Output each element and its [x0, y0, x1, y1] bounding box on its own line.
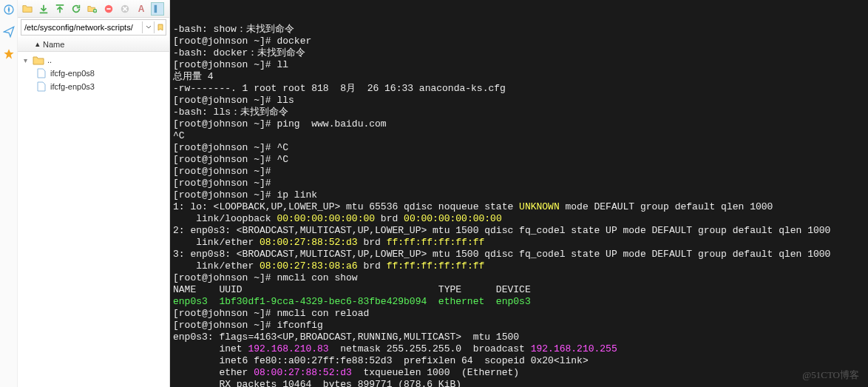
send-icon[interactable]	[2, 25, 16, 38]
terminal-line: [root@johnson ~]# ll	[173, 59, 865, 71]
cancel-icon[interactable]	[118, 2, 132, 16]
terminal-line: inet 192.168.210.83 netmask 255.255.255.…	[173, 343, 865, 355]
file-icon	[35, 68, 47, 78]
upload-green-icon[interactable]	[53, 2, 67, 16]
terminal-line: 1: lo: <LOOPBACK,UP,LOWER_UP> mtu 65536 …	[173, 201, 865, 213]
terminal-line: [root@johnson ~]# ip link	[173, 189, 865, 201]
terminal-line: ether 08:00:27:88:52:d3 txqueuelen 1000 …	[173, 367, 865, 379]
terminal[interactable]: @51CTO博客 -bash: show：未找到命令[root@johnson …	[170, 0, 868, 387]
terminal-line: link/loopback 00:00:00:00:00:00 brd 00:0…	[173, 213, 865, 225]
file-icon	[35, 81, 47, 92]
terminal-line: 3: enp0s8: <BROADCAST,MULTICAST,UP,LOWER…	[173, 249, 865, 260]
terminal-line: -rw-------. 1 root root 818 8月 26 16:33 …	[173, 83, 865, 95]
path-bar: /etc/sysconfig/network-scripts/	[21, 19, 166, 36]
terminal-line: [root@johnson ~]# docker	[173, 36, 865, 47]
terminal-line: -bash: docker：未找到命令	[173, 47, 865, 59]
terminal-line: NAME UUID TYPE DEVICE	[173, 284, 865, 296]
folder-up-icon	[33, 55, 44, 65]
tree-parent-row[interactable]: ▾ ..	[18, 53, 169, 67]
terminal-line: enp0s3: flags=4163<UP,BROADCAST,RUNNING,…	[173, 332, 865, 343]
terminal-line: [root@johnson ~]# ping www.baidu.com	[173, 118, 865, 130]
terminal-line: [root@johnson ~]#	[173, 166, 865, 178]
terminal-line: [root@johnson ~]# ^C	[173, 142, 865, 154]
terminal-line: 2: enp0s3: <BROADCAST,MULTICAST,UP,LOWER…	[173, 225, 865, 237]
delete-icon[interactable]	[102, 2, 115, 16]
terminal-line: -bash: lls：未找到命令	[173, 107, 865, 118]
terminal-line: -bash: show：未找到命令	[173, 24, 865, 36]
star-icon[interactable]	[2, 47, 16, 61]
terminal-line: link/ether 08:00:27:83:08:a6 brd ff:ff:f…	[173, 260, 865, 272]
folder-icon[interactable]	[21, 2, 34, 16]
tree-header-name[interactable]: ▴Name	[18, 37, 169, 52]
refresh-icon[interactable]	[69, 2, 83, 16]
terminal-line: [root@johnson ~]# ^C	[173, 154, 865, 166]
terminal-line: 总用量 4	[173, 71, 865, 83]
file-toolbar: A	[18, 0, 169, 18]
path-dropdown-icon[interactable]	[142, 21, 154, 33]
terminal-line: enp0s3 1bf30df1-9cca-4329-bec6-83fbe429b…	[173, 296, 865, 308]
terminal-line: [root@johnson ~]# ifconfig	[173, 320, 865, 332]
tree-file-row[interactable]: ifcfg-enp0s3	[18, 80, 169, 93]
terminal-line: inet6 fe80::a00:27ff:fe88:52d3 prefixlen…	[173, 355, 865, 367]
file-tree: ▾ .. ifcfg-enp0s8 ifcfg-enp0s3	[18, 52, 169, 387]
panel-toggle-icon[interactable]	[151, 2, 164, 16]
svg-rect-4	[155, 4, 157, 13]
terminal-line: link/ether 08:00:27:88:52:d3 brd ff:ff:f…	[173, 237, 865, 249]
vertical-toolbar	[0, 0, 18, 387]
terminal-line: [root@johnson ~]# nmcli con show	[173, 272, 865, 284]
terminal-line: [root@johnson ~]# nmcli con reload	[173, 308, 865, 320]
terminal-line: ^C	[173, 130, 865, 142]
compass-icon[interactable]	[2, 3, 16, 16]
terminal-line: [root@johnson ~]#	[173, 178, 865, 189]
tree-file-row[interactable]: ifcfg-enp0s8	[18, 67, 169, 80]
path-bookmark-icon[interactable]	[154, 21, 166, 33]
watermark: @51CTO博客	[802, 369, 859, 381]
new-folder-icon[interactable]	[86, 2, 99, 16]
path-text[interactable]: /etc/sysconfig/network-scripts/	[21, 23, 142, 32]
terminal-line: [root@johnson ~]# lls	[173, 95, 865, 107]
font-icon[interactable]: A	[135, 2, 148, 16]
file-manager-panel: A /etc/sysconfig/network-scripts/ ▴Name …	[0, 0, 170, 387]
download-green-icon[interactable]	[37, 2, 50, 16]
terminal-line: RX packets 10464 bytes 899771 (878.6 KiB…	[173, 379, 865, 387]
